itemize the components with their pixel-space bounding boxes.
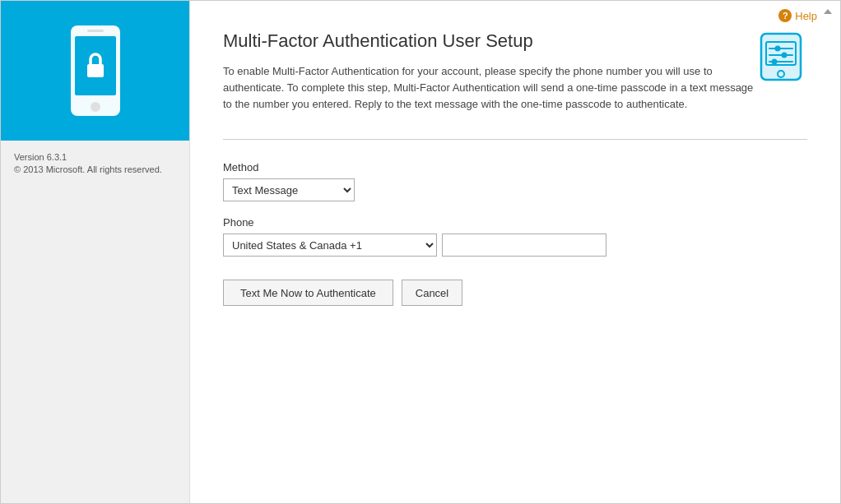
phone-settings-icon (755, 30, 807, 86)
svg-point-13 (772, 59, 778, 65)
method-label: Method (223, 161, 807, 173)
button-row: Text Me Now to Authenticate Cancel (223, 280, 807, 306)
method-select[interactable]: Text Message (223, 178, 355, 201)
copyright-label: © 2013 Microsoft. All rights reserved. (14, 164, 176, 174)
help-bar: ? Help (190, 1, 840, 22)
title-area: Multi-Factor Authentication User Setup T… (223, 30, 755, 113)
page-description: To enable Multi-Factor Authentication fo… (223, 63, 755, 113)
main-content: ? Help Multi-Factor Authentication User … (190, 1, 840, 503)
cancel-button[interactable]: Cancel (402, 280, 462, 306)
svg-rect-5 (761, 34, 801, 80)
sidebar-banner (1, 1, 189, 141)
svg-point-9 (775, 46, 781, 52)
method-field-group: Method Text Message (223, 161, 807, 201)
svg-point-11 (782, 53, 788, 58)
section-divider (223, 139, 807, 140)
sidebar-footer: Version 6.3.1 © 2013 Microsoft. All righ… (1, 141, 189, 186)
content-area: Multi-Factor Authentication User Setup T… (190, 22, 840, 503)
phone-label: Phone (223, 216, 807, 229)
svg-rect-2 (87, 64, 104, 77)
phone-row: United States & Canada +1 United Kingdom… (223, 234, 807, 257)
scroll-up-indicator[interactable] (822, 6, 834, 17)
svg-rect-4 (87, 30, 104, 32)
phone-lock-icon (63, 21, 128, 120)
form-section: Method Text Message Phone United States … (223, 161, 807, 306)
version-label: Version 6.3.1 (14, 152, 176, 162)
phone-input[interactable] (442, 234, 606, 257)
svg-point-3 (91, 102, 100, 112)
help-label: Help (795, 10, 817, 22)
header-row: Multi-Factor Authentication User Setup T… (223, 30, 807, 113)
scroll-up-arrow (824, 9, 832, 14)
country-select[interactable]: United States & Canada +1 United Kingdom… (223, 234, 437, 257)
authenticate-button[interactable]: Text Me Now to Authenticate (223, 280, 393, 306)
help-icon: ? (778, 9, 792, 22)
page-title: Multi-Factor Authentication User Setup (223, 30, 755, 52)
help-link[interactable]: ? Help (778, 9, 817, 22)
sidebar: Version 6.3.1 © 2013 Microsoft. All righ… (1, 1, 190, 503)
phone-field-group: Phone United States & Canada +1 United K… (223, 216, 807, 257)
